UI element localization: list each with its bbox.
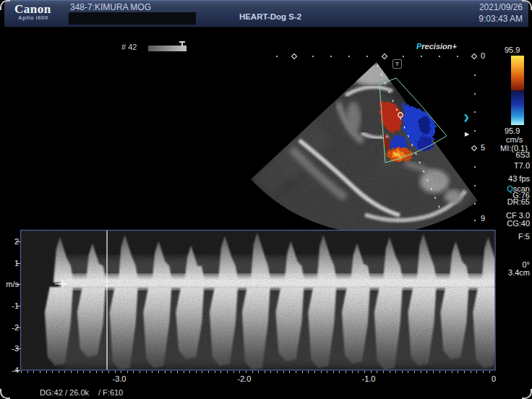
x-axis-tick: [127, 371, 128, 373]
baseline-marker: [55, 283, 495, 284]
x-axis-tick: [421, 371, 421, 373]
x-axis-tick: [390, 371, 390, 373]
ruler-dot: [474, 185, 476, 186]
x-axis-tick: [445, 371, 446, 373]
ruler-dot: [474, 220, 476, 221]
x-axis-tick: [321, 371, 322, 373]
x-axis-tick: [308, 371, 309, 373]
x-axis-tick: [202, 371, 202, 373]
x-axis-label: -2.0: [236, 374, 253, 383]
measure-cursor-line: [106, 231, 107, 370]
status-item: / 26.0k: [65, 388, 89, 397]
x-axis-tick: [339, 371, 340, 373]
x-axis-tick: [377, 371, 377, 373]
x-axis-tick: [252, 371, 253, 373]
velocity-min-label: 95.9: [505, 127, 520, 135]
x-axis-tick: [433, 371, 434, 373]
x-axis-tick: [52, 371, 53, 373]
x-axis-tick: [215, 371, 215, 373]
x-axis-tick: [270, 371, 271, 373]
ruler-dot: [474, 166, 476, 168]
title-bar: Canon Aplio i600 348-7:KIMURA MOG HEART-…: [4, 0, 528, 27]
ruler-dot: [330, 56, 332, 57]
x-axis-tick: [40, 371, 40, 373]
beam-marker-icon: ▶: [465, 130, 469, 138]
depth-label: 0: [481, 52, 485, 60]
probe-orientation-marker-icon: T: [392, 59, 402, 69]
grayscale-bar: [148, 46, 186, 51]
x-axis-tick: [458, 371, 458, 373]
x-axis-tick: [152, 371, 153, 373]
x-axis-tick: [476, 371, 477, 373]
x-axis-tick: [165, 371, 166, 373]
x-axis-tick: [158, 371, 159, 373]
x-axis-label: -1.0: [360, 374, 377, 383]
x-axis-tick: [395, 371, 396, 373]
grayscale-marker-icon: [181, 42, 183, 46]
x-axis-tick: [371, 371, 372, 373]
x-axis-tick: [277, 371, 278, 373]
x-axis-tick: [358, 371, 359, 373]
y-axis-tick: [16, 263, 20, 264]
x-axis-tick: [408, 371, 408, 373]
x-axis-tick: [83, 371, 84, 373]
ruler-dot: [276, 56, 278, 57]
time-label: 9:03:43 AM: [479, 14, 523, 24]
precision-accent: P: [416, 42, 421, 51]
x-axis-tick: [426, 371, 427, 373]
ruler-dot: [474, 111, 476, 113]
x-axis-tick: [196, 371, 197, 373]
ruler-dot: [439, 56, 440, 57]
x-axis-tick: [27, 371, 28, 373]
y-axis-tick: [16, 370, 20, 371]
x-axis-tick: [90, 371, 90, 373]
x-axis-tick: [208, 371, 209, 373]
x-axis-tick: [77, 371, 78, 373]
ruler-dot: [474, 93, 476, 95]
model-label: Aplio i600: [18, 14, 48, 21]
x-axis-tick: [333, 371, 334, 373]
x-axis-tick: [227, 371, 228, 373]
patient-id: 348-7:KIMURA MOG: [70, 2, 151, 12]
x-axis-tick: [108, 371, 109, 373]
date-label: 2021/09/26: [479, 2, 523, 12]
precision-label: Precision+: [416, 43, 457, 51]
x-axis-tick: [233, 371, 234, 373]
redacted-patient-info: [69, 12, 196, 25]
x-axis-tick: [258, 371, 259, 373]
ruler-dot: [348, 56, 350, 57]
x-axis-tick: [364, 371, 365, 373]
x-axis-tick: [64, 371, 65, 373]
x-axis-tick: [352, 371, 353, 373]
depth-label: 9: [481, 215, 485, 223]
x-axis-tick: [489, 371, 490, 373]
x-axis-tick: [283, 371, 284, 373]
y-axis-tick: [16, 348, 20, 349]
ruler-dot: [474, 130, 476, 132]
x-axis-tick: [439, 371, 440, 373]
x-axis-tick: [21, 371, 22, 373]
velocity-max-label: 95.9: [505, 46, 520, 54]
sidebar-param: T7.0: [514, 161, 530, 170]
depth-label: 5: [481, 144, 485, 152]
ruler-dot: [403, 56, 404, 57]
color-scale-negative: [511, 90, 524, 125]
x-axis-tick: [346, 371, 346, 373]
x-axis-tick: [302, 371, 303, 373]
x-axis-tick: [177, 371, 178, 373]
x-axis-label: 0: [485, 374, 502, 383]
frame-number-label: # 42: [121, 43, 137, 51]
ruler-dot: [457, 56, 458, 57]
color-scale-bar: [511, 56, 524, 125]
status-item: DG:42: [40, 388, 63, 397]
sidebar-param: 43 fps: [508, 174, 530, 183]
velocity-unit-label: cm/s: [506, 136, 523, 144]
x-axis-tick: [296, 371, 296, 373]
study-label: HEART-Dog S-2: [202, 12, 338, 21]
x-axis-tick: [452, 371, 452, 373]
ruler-dot: [366, 56, 368, 57]
x-axis-tick: [189, 371, 190, 373]
ruler-dot: [474, 203, 476, 205]
x-axis-tick: [140, 371, 140, 373]
x-axis-tick: [96, 371, 97, 373]
